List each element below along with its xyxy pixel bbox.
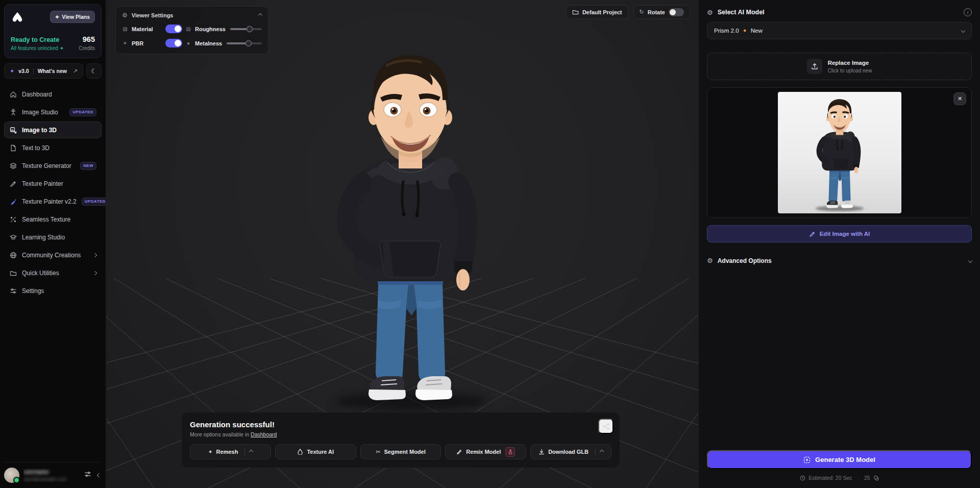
edit-image-with-ai-button[interactable]: Edit Image with AI	[707, 225, 972, 242]
home-icon	[9, 90, 17, 98]
download-icon	[538, 449, 545, 455]
upload-icon	[807, 59, 822, 74]
updated-badge: UPDATED	[82, 198, 109, 206]
sidebar-item-texture-painter[interactable]: Texture Painter	[4, 175, 102, 192]
generation-settings-panel: ⚙ Select AI Model i Prism 2.0 ✦ New Repl…	[698, 0, 980, 488]
sliders-icon	[9, 287, 17, 295]
gear-icon: ⚙	[122, 12, 128, 19]
version-tag: v3.0	[18, 68, 29, 74]
rotate-toggle[interactable]	[669, 8, 684, 16]
info-icon[interactable]: i	[964, 8, 972, 16]
sidebar-item-text-to-3d[interactable]: Text to 3D	[4, 139, 102, 156]
close-icon: ✕	[958, 95, 962, 102]
divider	[33, 68, 34, 74]
pattern-icon	[9, 215, 17, 223]
credits-value: 965	[79, 35, 95, 43]
user-account-row[interactable]: username user@example.com	[4, 462, 102, 483]
divider	[595, 448, 596, 455]
paint-nib-icon	[9, 180, 17, 187]
brush-icon	[809, 231, 816, 237]
viewer-settings-title: Viewer Settings	[132, 12, 174, 18]
segment-model-button[interactable]: ✂ Segment Model	[360, 444, 442, 459]
remove-image-button[interactable]: ✕	[953, 92, 966, 105]
sidebar-item-image-studio[interactable]: Image Studio UPDATED	[4, 104, 102, 120]
folder-icon	[572, 9, 579, 15]
theme-toggle-button[interactable]: ☾	[86, 63, 102, 79]
globe-icon	[9, 251, 17, 259]
paint-tool-blue-icon	[9, 198, 17, 205]
sidebar-item-texture-painter-v22[interactable]: Texture Painter v2.2 UPDATED	[4, 193, 102, 210]
chevron-up-icon[interactable]	[249, 450, 253, 454]
rotate-icon: ↻	[640, 9, 644, 15]
plan-card: ✦ View Plans Ready to Create All feature…	[4, 4, 102, 58]
generate-3d-model-button[interactable]: Generate 3D Model	[707, 450, 972, 469]
avatar	[4, 468, 19, 483]
sidebar-item-texture-generator[interactable]: Texture Generator NEW	[4, 157, 102, 174]
ai-model-dropdown[interactable]: Prism 2.0 ✦ New	[707, 22, 972, 39]
replace-image-dropzone[interactable]: Replace Image Click to upload new	[707, 53, 972, 80]
credits-coin-icon	[873, 475, 879, 481]
pbr-toggle[interactable]	[165, 39, 182, 47]
generated-3d-character[interactable]	[310, 45, 510, 413]
remix-model-button[interactable]: Remix Model	[445, 444, 526, 459]
sidebar-item-quick-utilities[interactable]: Quick Utilities	[4, 264, 102, 281]
sidebar-item-settings[interactable]: Settings	[4, 282, 102, 299]
preferences-icon[interactable]	[84, 471, 91, 480]
user-name-blurred: username	[23, 469, 80, 475]
folder-icon	[9, 269, 17, 277]
generation-toolbar: Generation successful! More options avai…	[182, 412, 620, 468]
material-toggle[interactable]	[165, 25, 182, 33]
roughness-slider[interactable]	[230, 28, 262, 30]
sidebar-item-image-to-3d[interactable]: Image to 3D	[4, 121, 102, 138]
uploaded-image-preview: ✕	[707, 87, 972, 218]
arrow-up-right-icon: ↗	[73, 68, 78, 75]
remesh-button[interactable]: ✦ Remesh	[190, 444, 271, 459]
download-glb-button[interactable]: Download GLB	[530, 444, 611, 459]
sparkle-icon: ✦	[208, 449, 212, 455]
generation-estimate: Estimated: 20 Sec · 25	[707, 475, 972, 481]
sidebar-nav: Dashboard Image Studio UPDATED Image to …	[4, 86, 102, 299]
sparkle-icon: ✦	[55, 14, 60, 20]
advanced-options-toggle[interactable]: ⚙ Advanced Options	[707, 257, 972, 264]
collapse-sidebar-icon[interactable]	[97, 473, 101, 477]
metalness-icon: ●	[185, 40, 191, 46]
sidebar: ✦ View Plans Ready to Create All feature…	[0, 0, 106, 488]
document-icon	[9, 144, 17, 152]
app-logo-icon	[11, 11, 24, 24]
sparkle-icon: ✦	[743, 28, 747, 34]
divider	[244, 448, 245, 455]
app-root: ✦ View Plans Ready to Create All feature…	[0, 0, 980, 488]
dashboard-link[interactable]: Dashboard	[251, 431, 277, 437]
viewport-3d[interactable]: ⚙ Viewer Settings ▨ Material ▤ Roughness	[106, 0, 698, 488]
scissors-icon: ✂	[376, 449, 380, 455]
chevron-up-icon[interactable]	[600, 450, 604, 454]
sidebar-item-dashboard[interactable]: Dashboard	[4, 86, 102, 103]
viewer-settings-panel: ⚙ Viewer Settings ▨ Material ▤ Roughness	[115, 6, 268, 54]
whats-new-banner[interactable]: ✦ v3.0 What's new ↗	[4, 63, 83, 79]
source-image	[778, 92, 901, 213]
chevron-down-icon	[961, 29, 965, 33]
flask-icon	[508, 449, 513, 454]
select-ai-model-title: Select AI Model	[718, 9, 959, 16]
view-plans-button[interactable]: ✦ View Plans	[50, 11, 95, 23]
default-project-button[interactable]: Default Project	[566, 5, 628, 19]
pose-icon	[9, 108, 17, 116]
metalness-slider[interactable]	[227, 42, 262, 44]
sidebar-item-learning-studio[interactable]: Learning Studio	[4, 229, 102, 246]
share-button[interactable]	[598, 419, 614, 434]
moon-icon: ☾	[91, 67, 97, 75]
gear-icon: ⚙	[707, 257, 713, 264]
collapse-panel-icon[interactable]	[258, 13, 262, 17]
chevron-down-icon	[968, 258, 972, 262]
paint-nib-icon	[456, 449, 462, 455]
share-icon	[602, 423, 610, 430]
user-email-blurred: user@example.com	[23, 476, 80, 482]
whats-new-label: What's new	[38, 68, 69, 74]
experimental-flask-badge	[505, 447, 515, 457]
texture-ai-button[interactable]: Texture AI	[275, 444, 356, 459]
graduation-cap-icon	[9, 233, 17, 241]
sidebar-item-seamless-texture[interactable]: Seamless Texture	[4, 211, 102, 228]
generation-status-sub: More options available in Dashboard	[190, 431, 611, 437]
sidebar-item-community-creations[interactable]: Community Creations	[4, 247, 102, 263]
material-icon: ▨	[122, 26, 128, 32]
